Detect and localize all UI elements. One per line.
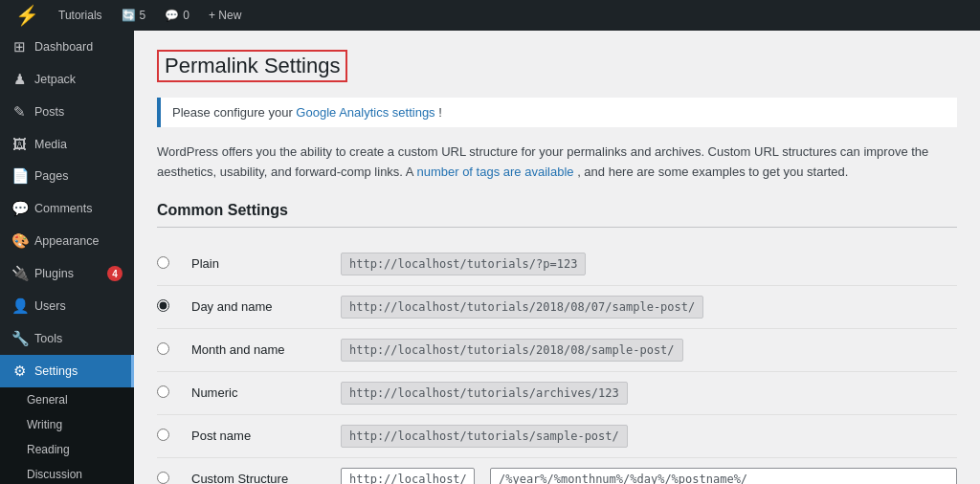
- permalink-row-day-and-name: Day and name http://localhost/tutorials/…: [157, 286, 957, 329]
- label-plain: Plain: [191, 256, 325, 271]
- sidebar-item-label: Tools: [34, 332, 62, 345]
- url-day-and-name: http://localhost/tutorials/2018/08/07/sa…: [341, 296, 703, 319]
- users-icon: 👤: [11, 297, 27, 315]
- sidebar-item-label: Plugins: [34, 267, 74, 280]
- permalink-row-post-name: Post name http://localhost/tutorials/sam…: [157, 415, 957, 458]
- custom-base-url-input[interactable]: [341, 468, 475, 484]
- label-custom-structure: Custom Structure: [191, 472, 325, 484]
- notice-text-before: Please configure your: [172, 105, 296, 120]
- settings-submenu: General Writing Reading Discussion Media…: [0, 387, 134, 484]
- main-layout: ⊞ Dashboard ♟ Jetpack ✎ Posts 🖼 Media 📄 …: [0, 31, 980, 484]
- media-icon: 🖼: [11, 136, 27, 152]
- url-month-and-name: http://localhost/tutorials/2018/08/sampl…: [341, 339, 683, 362]
- submenu-item-general[interactable]: General: [0, 387, 134, 412]
- sidebar-item-label: Appearance: [34, 234, 99, 248]
- submenu-item-discussion[interactable]: Discussion: [0, 462, 134, 484]
- notice-banner: Please configure your Google Analytics s…: [157, 98, 957, 127]
- sidebar-item-label: Comments: [34, 202, 92, 215]
- permalink-row-custom: Custom Structure: [157, 458, 957, 484]
- notice-text-after: !: [438, 105, 442, 120]
- sidebar-item-label: Posts: [34, 105, 64, 119]
- tools-icon: 🔧: [11, 330, 27, 347]
- wp-logo-icon: ⚡: [15, 4, 39, 27]
- radio-post-name[interactable]: [157, 429, 169, 441]
- sidebar-item-pages[interactable]: 📄 Pages: [0, 160, 134, 192]
- sidebar-item-users[interactable]: 👤 Users: [0, 290, 134, 322]
- comments-icon: 💬: [165, 9, 179, 22]
- page-title: Permalink Settings: [157, 50, 347, 82]
- radio-month-and-name[interactable]: [157, 342, 169, 355]
- new-label: + New: [209, 9, 241, 22]
- submenu-item-reading[interactable]: Reading: [0, 437, 134, 462]
- radio-custom-structure[interactable]: [157, 472, 169, 484]
- sidebar-item-comments[interactable]: 💬 Comments: [0, 192, 134, 225]
- sidebar-item-media[interactable]: 🖼 Media: [0, 128, 134, 160]
- sidebar-item-dashboard[interactable]: ⊞ Dashboard: [0, 31, 134, 63]
- sidebar-item-label: Media: [34, 138, 67, 151]
- label-day-and-name: Day and name: [191, 299, 325, 314]
- sidebar-item-jetpack[interactable]: ♟ Jetpack: [0, 63, 134, 96]
- radio-plain[interactable]: [157, 256, 169, 269]
- submenu-item-writing[interactable]: Writing: [0, 412, 134, 437]
- comments-item[interactable]: 💬 0: [157, 0, 197, 31]
- site-name-item[interactable]: Tutorials: [51, 0, 110, 31]
- label-month-and-name: Month and name: [191, 342, 325, 357]
- admin-bar: ⚡ Tutorials 🔄 5 💬 0 + New: [0, 0, 980, 31]
- updates-count: 5: [140, 9, 146, 22]
- sidebar-item-label: Dashboard: [34, 40, 93, 54]
- sidebar-item-tools[interactable]: 🔧 Tools: [0, 322, 134, 355]
- updates-icon: 🔄: [122, 9, 136, 22]
- content-area: Permalink Settings Please configure your…: [134, 31, 980, 484]
- label-post-name: Post name: [191, 429, 325, 443]
- updates-item[interactable]: 🔄 5: [114, 0, 154, 31]
- submenu-item-label: Reading: [27, 443, 70, 456]
- sidebar-item-plugins[interactable]: 🔌 Plugins 4: [0, 257, 134, 290]
- url-plain: http://localhost/tutorials/?p=123: [341, 253, 586, 275]
- description-after: , and here are some examples to get you …: [577, 165, 848, 179]
- plugins-icon: 🔌: [11, 265, 27, 282]
- common-settings-heading: Common Settings: [157, 202, 957, 228]
- sidebar-item-posts[interactable]: ✎ Posts: [0, 96, 134, 128]
- sidebar-item-label: Pages: [34, 169, 68, 183]
- appearance-icon: 🎨: [11, 232, 27, 250]
- jetpack-icon: ♟: [11, 71, 27, 88]
- permalink-row-month-and-name: Month and name http://localhost/tutorial…: [157, 329, 957, 372]
- sidebar-item-settings[interactable]: ⚙ Settings: [0, 355, 134, 387]
- custom-tags-input[interactable]: [490, 468, 957, 484]
- comments-nav-icon: 💬: [11, 200, 27, 217]
- sidebar-item-label: Settings: [34, 364, 78, 378]
- url-post-name: http://localhost/tutorials/sample-post/: [341, 425, 628, 448]
- url-numeric: http://localhost/tutorials/archives/123: [341, 382, 628, 405]
- notice-link[interactable]: Google Analytics settings: [296, 105, 434, 120]
- label-numeric: Numeric: [191, 385, 325, 400]
- permalink-row-plain: Plain http://localhost/tutorials/?p=123: [157, 243, 957, 286]
- pages-icon: 📄: [11, 167, 27, 185]
- settings-icon: ⚙: [11, 363, 27, 380]
- sidebar-item-label: Jetpack: [34, 73, 76, 86]
- sidebar: ⊞ Dashboard ♟ Jetpack ✎ Posts 🖼 Media 📄 …: [0, 31, 134, 484]
- sidebar-item-appearance[interactable]: 🎨 Appearance: [0, 225, 134, 257]
- permalink-row-numeric: Numeric http://localhost/tutorials/archi…: [157, 372, 957, 415]
- new-item[interactable]: + New: [201, 0, 249, 31]
- dashboard-icon: ⊞: [11, 38, 27, 55]
- sidebar-item-label: Users: [34, 299, 66, 313]
- plugins-badge: 4: [107, 266, 122, 281]
- posts-icon: ✎: [11, 103, 27, 121]
- submenu-item-label: Discussion: [27, 468, 82, 481]
- description-text: WordPress offers you the ability to crea…: [157, 143, 957, 183]
- radio-day-and-name[interactable]: [157, 299, 169, 312]
- site-name: Tutorials: [58, 9, 102, 22]
- wp-logo-item[interactable]: ⚡: [8, 0, 47, 31]
- radio-numeric[interactable]: [157, 385, 169, 398]
- description-link[interactable]: number of tags are available: [416, 165, 573, 179]
- comments-count: 0: [183, 9, 189, 22]
- submenu-item-label: General: [27, 393, 68, 407]
- submenu-item-label: Writing: [27, 418, 62, 431]
